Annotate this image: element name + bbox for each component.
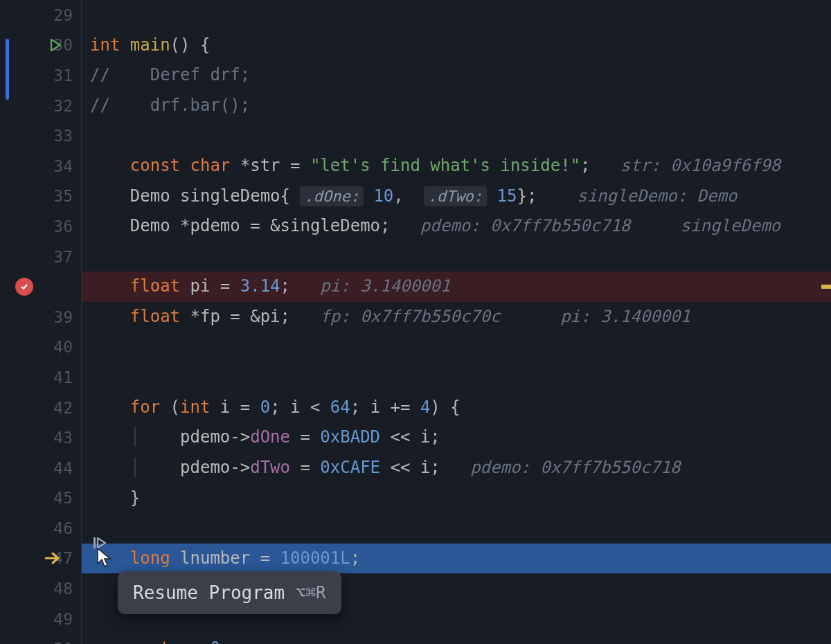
line-number: 29 [48,6,73,24]
execution-arrow-icon [44,551,62,565]
warning-marker [821,285,831,289]
inline-hint: str: 0x10a9f6f98 [620,156,780,175]
code-line[interactable]: const char *str = "let's find what's ins… [82,151,831,181]
line-number: 31 [48,66,73,84]
code-line[interactable] [82,120,831,151]
gutter[interactable]: 29 30 31 32 33 34 35 36 37 39 40 41 42 4… [0,0,82,644]
line-number: 48 [48,580,73,598]
line-number: 42 [48,399,73,417]
code-line[interactable]: // Deref drf; [82,60,831,91]
param-hint: .dOne: [300,186,363,206]
code-line[interactable] [82,513,831,544]
inline-hint: pdemo: 0x7ff7b550c718 [420,216,630,235]
code-line[interactable]: Demo *pdemo = &singleDemo; pdemo: 0x7ff7… [82,211,831,242]
svg-rect-0 [93,537,96,548]
code-line-breakpoint[interactable]: float pi = 3.14; pi: 3.1400001 [82,271,831,302]
tooltip: Resume Program ⌥⌘R [118,571,341,614]
inline-hint: pi: 3.1400001 [320,276,450,296]
code-line[interactable] [82,362,831,393]
line-number: 46 [48,519,73,537]
code-line[interactable]: return 0; [82,634,831,644]
code-editor: 29 30 31 32 33 34 35 36 37 39 40 41 42 4… [0,0,831,644]
line-number: 41 [48,368,73,386]
line-number: 37 [48,248,73,266]
code-line[interactable]: } [82,483,831,514]
tooltip-label: Resume Program [133,582,285,603]
inline-hint: pi: 3.1400001 [560,307,690,326]
inline-hint: singleDemo [681,216,781,235]
line-number: 45 [48,489,73,507]
code-line[interactable] [82,242,831,272]
inline-hint: fp: 0x7ff7b550c70c [320,307,500,326]
code-line[interactable] [82,0,831,30]
line-number: 36 [48,217,73,235]
inline-hint: pdemo: 0x7ff7b550c718 [470,458,680,477]
param-hint: .dTwo: [424,186,487,206]
inline-hint: singleDemo: Demo [577,186,737,206]
line-number: 32 [48,97,73,115]
run-icon[interactable] [48,38,62,52]
code-line[interactable]: Demo singleDemo{ .dOne: 10, .dTwo: 15}; … [82,181,831,212]
line-number: 44 [48,459,73,477]
code-area[interactable]: int main() { // Deref drf; // drf.bar();… [82,0,831,644]
breakpoint-icon[interactable] [15,278,33,296]
line-number: 39 [48,308,73,326]
run-to-cursor-icon[interactable] [91,535,108,551]
code-line[interactable]: float *fp = &pi; fp: 0x7ff7b550c70c pi: … [82,302,831,332]
line-number: 35 [48,187,73,205]
code-line[interactable]: int main() { [82,30,831,61]
code-line[interactable]: │ pdemo->dOne = 0xBADD << i; [82,422,831,453]
code-line[interactable] [82,332,831,363]
code-line-current[interactable]: long lnumber = 100001L; [82,544,831,574]
code-line[interactable]: │ pdemo->dTwo = 0xCAFE << i; pdemo: 0x7f… [82,453,831,483]
line-number: 33 [48,127,73,145]
line-number: 34 [48,157,73,175]
tooltip-shortcut: ⌥⌘R [296,583,325,602]
line-number: 43 [48,429,73,447]
code-line[interactable]: // drf.bar(); [82,91,831,121]
line-number: 40 [48,338,73,356]
code-line[interactable]: for (int i = 0; i < 64; i += 4) { [82,393,831,423]
line-number: 49 [48,610,73,628]
line-number: 50 [48,640,73,644]
